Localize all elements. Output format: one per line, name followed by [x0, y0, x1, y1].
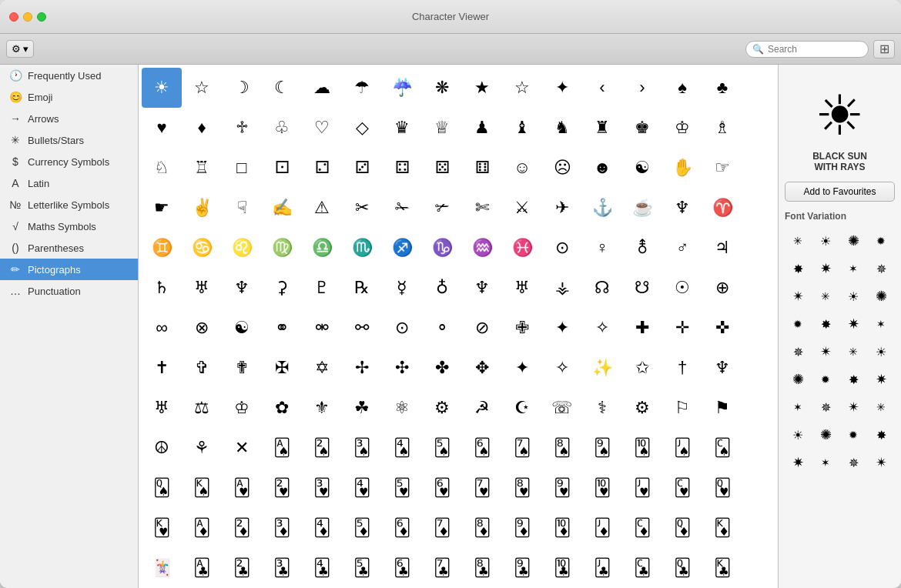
char-cell[interactable]: 🂪 — [622, 428, 662, 468]
char-cell[interactable]: 🂡 — [262, 428, 302, 468]
char-cell[interactable]: ♇ — [302, 268, 342, 308]
char-cell[interactable]: 🃓 — [262, 548, 302, 588]
char-cell[interactable]: ♞ — [542, 108, 582, 148]
char-cell[interactable]: ✤ — [422, 348, 462, 388]
char-cell[interactable]: ♎ — [302, 228, 342, 268]
char-cell[interactable]: ♆ — [462, 268, 502, 308]
char-cell[interactable]: ♅ — [502, 268, 542, 308]
char-cell[interactable]: ⊗ — [182, 308, 222, 348]
char-cell[interactable]: ⚠ — [302, 188, 342, 228]
char-cell[interactable]: ♱ — [222, 108, 262, 148]
char-cell[interactable]: ♆ — [702, 348, 742, 388]
search-input[interactable] — [768, 44, 862, 55]
char-cell[interactable]: 🃕 — [342, 548, 382, 588]
char-cell[interactable]: ✍ — [262, 188, 302, 228]
char-cell[interactable]: ♟ — [462, 108, 502, 148]
char-cell[interactable]: ⚅ — [462, 148, 502, 188]
sidebar-item-frequently-used[interactable]: 🕐 Frequently Used — [0, 65, 138, 86]
char-cell[interactable]: 🂸 — [502, 468, 542, 508]
font-var-cell[interactable]: ✸ — [812, 311, 839, 337]
font-var-cell[interactable]: ✸ — [785, 256, 811, 282]
char-cell[interactable]: ☪ — [502, 388, 542, 428]
char-cell[interactable]: ✦ — [542, 68, 582, 108]
char-cell[interactable]: ✋ — [662, 148, 702, 188]
char-cell[interactable]: ♠ — [662, 68, 702, 108]
char-cell[interactable]: ♒ — [462, 228, 502, 268]
char-cell[interactable]: ✝ — [142, 348, 182, 388]
char-cell[interactable]: ♌ — [222, 228, 262, 268]
char-cell[interactable]: 🂥 — [422, 428, 462, 468]
char-cell[interactable]: ✠ — [262, 348, 302, 388]
char-cell[interactable]: ♚ — [622, 108, 662, 148]
char-cell[interactable]: ♓ — [502, 228, 542, 268]
char-cell[interactable]: 🂾 — [142, 508, 182, 548]
font-var-cell[interactable]: ☀ — [868, 339, 894, 365]
char-cell[interactable]: ☺ — [502, 148, 542, 188]
sidebar-item-pictographs[interactable]: ✏ Pictographs — [0, 259, 138, 280]
char-cell[interactable]: ⚮ — [302, 308, 342, 348]
char-cell[interactable]: 🃇 — [422, 508, 462, 548]
sidebar-item-currency-symbols[interactable]: $ Currency Symbols — [0, 151, 138, 172]
char-cell[interactable]: ✜ — [702, 308, 742, 348]
char-cell[interactable]: 🃎 — [702, 508, 742, 548]
char-cell[interactable]: † — [662, 348, 702, 388]
char-cell[interactable]: ✨ — [582, 348, 622, 388]
char-cell[interactable]: ♄ — [142, 268, 182, 308]
sidebar-item-parentheses[interactable]: () Parentheses — [0, 237, 138, 259]
char-cell[interactable]: 🃍 — [662, 508, 702, 548]
char-cell[interactable]: ⚭ — [262, 308, 302, 348]
char-cell[interactable]: ⚨ — [622, 228, 662, 268]
font-var-cell[interactable]: ✶ — [840, 256, 866, 282]
font-var-cell[interactable]: ✵ — [868, 256, 894, 282]
font-var-cell[interactable]: ✴ — [868, 449, 894, 476]
char-cell[interactable]: ⚘ — [182, 428, 222, 468]
char-cell[interactable]: ✡ — [302, 348, 342, 388]
font-var-cell[interactable]: ✹ — [840, 422, 866, 448]
char-cell[interactable]: ♔ — [662, 108, 702, 148]
char-cell[interactable]: ☛ — [142, 188, 182, 228]
char-cell[interactable]: ✢ — [342, 348, 382, 388]
char-cell[interactable]: ☯ — [222, 308, 262, 348]
sidebar-item-emoji[interactable]: 😊 Emoji — [0, 86, 138, 108]
char-cell[interactable]: 🂱 — [222, 468, 262, 508]
char-cell[interactable]: ♅ — [182, 268, 222, 308]
font-var-cell[interactable]: ✸ — [868, 422, 894, 448]
char-cell[interactable]: 🂵 — [382, 468, 422, 508]
sidebar-item-arrows[interactable]: → Arrows — [0, 108, 138, 129]
font-var-cell[interactable]: ✳ — [812, 283, 839, 309]
sidebar-item-bullets-stars[interactable]: ✳ Bullets/Stars — [0, 129, 138, 151]
char-cell[interactable]: ♦ — [182, 108, 222, 148]
char-cell[interactable]: ☭ — [462, 388, 502, 428]
char-cell[interactable]: 🂨 — [542, 428, 582, 468]
char-cell[interactable]: ☆ — [182, 68, 222, 108]
char-cell[interactable]: ☮ — [142, 428, 182, 468]
char-cell[interactable]: ⚯ — [342, 308, 382, 348]
font-var-cell[interactable]: ✳ — [840, 339, 866, 365]
char-cell[interactable]: 🃈 — [462, 508, 502, 548]
char-cell[interactable]: ♕ — [422, 108, 462, 148]
char-cell[interactable]: ☁ — [302, 68, 342, 108]
char-cell[interactable]: ☻ — [582, 148, 622, 188]
char-cell[interactable]: ✄ — [462, 188, 502, 228]
char-cell[interactable]: ♋ — [182, 228, 222, 268]
font-var-cell[interactable]: ✴ — [812, 339, 839, 365]
char-cell[interactable]: 🃂 — [222, 508, 262, 548]
char-cell[interactable]: ✞ — [182, 348, 222, 388]
char-cell[interactable]: ⚀ — [262, 148, 302, 188]
char-cell[interactable]: ✚ — [622, 308, 662, 348]
char-cell[interactable]: ♔ — [222, 388, 262, 428]
char-cell[interactable]: ⚃ — [382, 148, 422, 188]
char-cell[interactable]: 🂫 — [662, 428, 702, 468]
font-var-cell[interactable]: ☀ — [785, 422, 811, 448]
gear-button[interactable]: ⚙ ▾ — [6, 40, 34, 58]
char-cell[interactable]: ☏ — [542, 388, 582, 428]
char-cell[interactable]: ♏ — [342, 228, 382, 268]
char-cell[interactable]: 🃝 — [662, 548, 702, 588]
char-cell[interactable]: 🂳 — [302, 468, 342, 508]
char-cell[interactable]: 🃔 — [302, 548, 342, 588]
char-cell[interactable]: ⚓ — [582, 188, 622, 228]
char-cell[interactable]: ☿ — [382, 268, 422, 308]
char-cell[interactable]: ♂ — [662, 228, 702, 268]
char-cell[interactable]: ✧ — [582, 308, 622, 348]
char-cell[interactable]: 🂺 — [582, 468, 622, 508]
